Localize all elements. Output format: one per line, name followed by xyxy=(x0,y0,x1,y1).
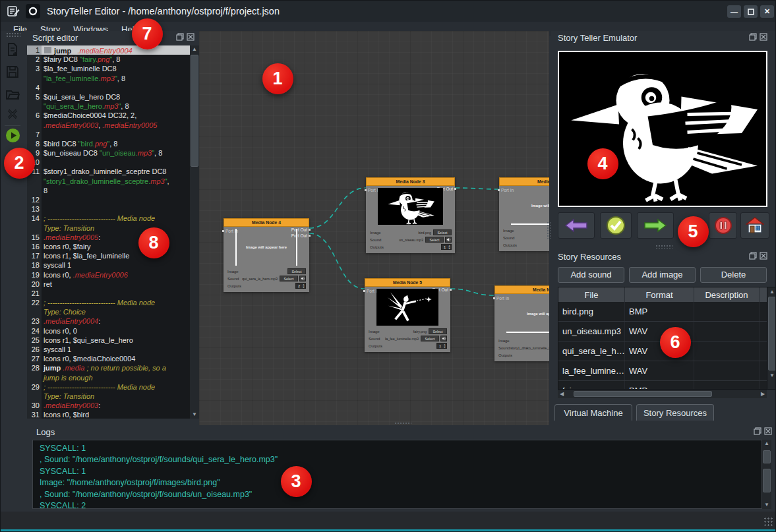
run-icon[interactable] xyxy=(5,127,20,143)
code-line[interactable]: "story1_drako_luminelle_sceptre.mp3", xyxy=(27,177,190,186)
logs-scrollbar[interactable]: ▲ ▼ xyxy=(762,440,771,509)
title-bar[interactable]: StoryTeller Editor - /home/anthony/ostpr… xyxy=(1,1,776,22)
code-line[interactable]: 26syscall 1 xyxy=(27,345,190,354)
delete-button[interactable]: Delete xyxy=(700,267,767,283)
minimize-button[interactable]: — xyxy=(727,5,741,18)
code-line[interactable]: 24lcons r0, 0 xyxy=(27,326,190,336)
column-file[interactable]: File xyxy=(558,287,625,302)
spinner-arrows[interactable]: ▲▼ xyxy=(302,283,305,288)
node-graph-canvas[interactable]: Media Node 4Port InPort OutPort OutImage… xyxy=(199,31,549,425)
sound-select-button[interactable]: Select xyxy=(280,276,298,281)
port-out-dot[interactable] xyxy=(309,229,311,231)
code-line[interactable]: 10 xyxy=(27,158,190,167)
code-line[interactable]: 27lcons r0, $mediaChoice0004 xyxy=(27,354,190,363)
port-in-dot[interactable] xyxy=(498,189,500,191)
port-out-dot[interactable] xyxy=(309,235,311,237)
image-select-button[interactable]: Select xyxy=(429,328,447,334)
column-description[interactable]: Description xyxy=(694,287,760,302)
code-line[interactable]: 7 xyxy=(27,130,190,139)
canvas-right-splitter[interactable] xyxy=(547,222,551,239)
save-icon[interactable] xyxy=(5,64,20,80)
close-panel-icon[interactable] xyxy=(760,252,767,260)
image-select-button[interactable]: Select xyxy=(287,268,306,274)
code-line[interactable]: 13 xyxy=(27,204,190,214)
code-line[interactable]: Type: Transition xyxy=(27,223,190,233)
sound-select-button[interactable]: Select xyxy=(425,237,444,243)
code-line[interactable]: 19lcons r0, .mediaEntry0006 xyxy=(27,270,190,280)
code-line[interactable]: 28jump .media ; no return possible, so a xyxy=(27,363,190,372)
code-line[interactable]: 3$la_fee_luminelle DC8 xyxy=(27,64,190,73)
speaker-icon[interactable] xyxy=(299,276,306,281)
code-line[interactable]: 31lcons r0, $bird xyxy=(27,410,190,419)
port-in-dot[interactable] xyxy=(493,297,495,299)
code-line[interactable]: Type: Choice xyxy=(27,307,190,316)
code-line[interactable]: jump is enough xyxy=(27,373,190,382)
code-line[interactable]: "la_fee_luminelle.mp3", 8 xyxy=(27,74,190,83)
node-connection-wire[interactable] xyxy=(450,289,494,295)
code-line[interactable]: .mediaEntry0003, .mediaEntry0005 xyxy=(27,121,190,130)
code-line[interactable]: 18syscall 1 xyxy=(27,260,190,270)
code-line[interactable]: 25lcons r1, $qui_sera_le_hero xyxy=(27,336,190,345)
spinner-arrows[interactable]: ▲▼ xyxy=(448,245,451,249)
emulator-ok-button[interactable] xyxy=(600,212,632,239)
code-line[interactable]: 9$un_oiseau DC8 "un_oiseau.mp3", 8 xyxy=(27,148,190,158)
emulator-forward-button[interactable] xyxy=(637,212,674,239)
port-out-dot[interactable] xyxy=(450,289,452,291)
code-line[interactable]: 29; ---------------------------- Media n… xyxy=(27,382,190,392)
code-line[interactable]: 30.mediaEntry0003: xyxy=(27,401,190,410)
code-line[interactable]: 12 xyxy=(27,195,190,204)
node-connection-wire[interactable] xyxy=(455,188,499,189)
close-button[interactable]: ✕ xyxy=(760,5,774,18)
port-in-dot[interactable] xyxy=(363,290,365,292)
node-connection-wire[interactable] xyxy=(309,188,366,228)
code-line[interactable]: 8 xyxy=(27,186,190,195)
code-line[interactable]: 21 xyxy=(27,289,190,298)
sound-select-button[interactable]: Select xyxy=(421,336,439,341)
port-in-dot[interactable] xyxy=(222,230,224,232)
window-resize-grip[interactable] xyxy=(763,517,773,526)
spinner-arrows[interactable]: ▲▼ xyxy=(443,343,446,348)
speaker-icon[interactable] xyxy=(440,336,447,341)
column-format[interactable]: Format xyxy=(625,287,694,302)
emulator-home-button[interactable] xyxy=(740,212,769,239)
code-line[interactable]: 14; ---------------------------- Media n… xyxy=(27,214,190,223)
close-panel-icon[interactable] xyxy=(187,33,194,41)
media-node[interactable]: Media Node 6Port InImage will appear her… xyxy=(494,285,549,361)
image-select-button[interactable]: Select xyxy=(433,229,452,235)
new-file-icon[interactable] xyxy=(5,42,20,57)
open-folder-icon[interactable] xyxy=(5,86,20,102)
tab-virtual-machine[interactable]: Virtual Machine xyxy=(554,404,632,421)
media-node[interactable]: Media Node 2Port InImage will appear her… xyxy=(499,177,549,251)
media-node[interactable]: Media Node 5Port InPort OutImagefairy.pn… xyxy=(365,278,450,352)
table-row[interactable]: la_fee_lumine…WAV xyxy=(558,361,773,381)
outputs-spinner[interactable]: 2▲▼ xyxy=(295,283,306,289)
node-connection-wire[interactable] xyxy=(309,233,365,289)
log-output[interactable]: SYSCALL: 1, Sound: "/home/anthony/ostpro… xyxy=(32,440,762,509)
code-scrollbar[interactable]: ▲ ▼ xyxy=(190,45,199,419)
add-sound-button[interactable]: Add sound xyxy=(558,267,624,283)
outputs-spinner[interactable]: 1▲▼ xyxy=(441,244,452,250)
code-line[interactable]: "qui_sera_le_hero.mp3", 8 xyxy=(27,102,190,111)
emulator-back-button[interactable] xyxy=(558,212,595,239)
float-panel-icon[interactable] xyxy=(754,427,761,435)
code-line[interactable]: 8$bird DC8 "bird.png", 8 xyxy=(27,139,190,148)
media-node-title[interactable]: Media Node 5 xyxy=(365,278,450,287)
maximize-button[interactable] xyxy=(744,5,758,18)
code-line[interactable]: 5$qui_sera_le_hero DC8 xyxy=(27,92,190,102)
port-in-dot[interactable] xyxy=(365,189,367,191)
emulator-resources-splitter[interactable] xyxy=(655,245,672,249)
add-image-button[interactable]: Add image xyxy=(629,267,696,283)
port-out-dot[interactable] xyxy=(454,188,456,190)
speaker-icon[interactable] xyxy=(445,237,452,243)
outputs-spinner[interactable]: 1▲▼ xyxy=(436,343,447,349)
emulator-pause-button[interactable] xyxy=(709,212,737,239)
media-node-title[interactable]: Media Node 2 xyxy=(499,177,549,186)
media-node-title[interactable]: Media Node 4 xyxy=(224,218,309,227)
media-node-title[interactable]: Media Node 3 xyxy=(366,177,455,186)
media-node[interactable]: Media Node 4Port InPort OutPort OutImage… xyxy=(224,218,309,292)
code-line[interactable]: 22; ---------------------------- Media n… xyxy=(27,298,190,307)
code-line[interactable]: 2$fairy DC8 "fairy.png", 8 xyxy=(27,55,190,64)
code-line[interactable]: 4 xyxy=(27,83,190,92)
close-panel-icon[interactable] xyxy=(760,33,767,41)
code-line[interactable]: 6$mediaChoice0004 DC32, 2, xyxy=(27,111,190,120)
